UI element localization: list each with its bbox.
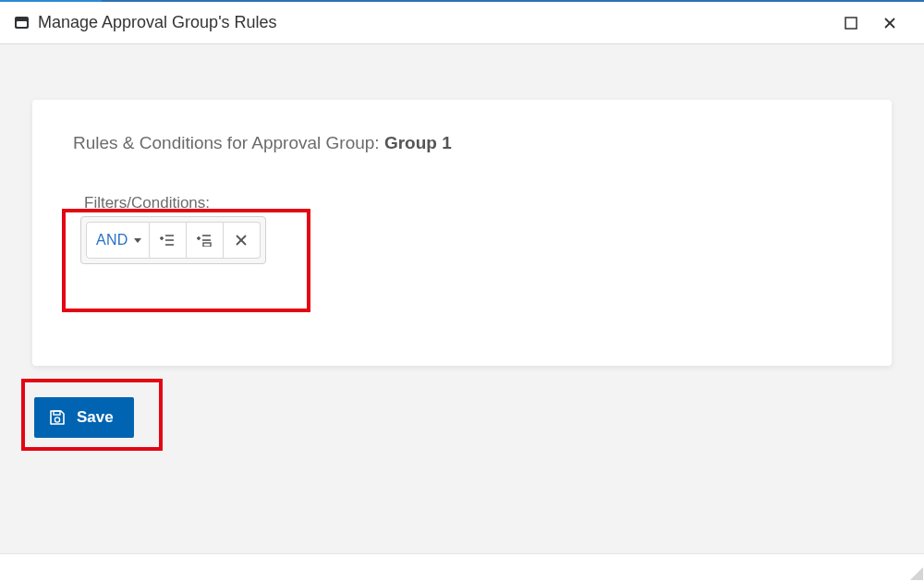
filter-toolbar: AND [80, 216, 266, 264]
chevron-down-icon [134, 238, 141, 243]
save-section: Save [25, 388, 143, 447]
svg-point-16 [55, 418, 59, 422]
svg-rect-15 [54, 411, 60, 415]
indent-add-group-icon [197, 234, 212, 247]
footer [0, 553, 924, 581]
operator-dropdown[interactable]: AND [86, 222, 150, 259]
add-condition-button[interactable] [150, 222, 187, 259]
operator-value: AND [96, 232, 128, 248]
maximize-icon [845, 17, 857, 30]
window-title: Manage Approval Group's Rules [38, 13, 277, 32]
save-icon [49, 409, 66, 426]
resize-grip-icon[interactable] [910, 567, 923, 580]
heading-prefix: Rules & Conditions for Approval Group: [73, 133, 384, 152]
clear-button[interactable] [224, 222, 261, 259]
svg-rect-10 [203, 243, 211, 247]
cross-icon [236, 235, 247, 246]
content-area: Rules & Conditions for Approval Group: G… [0, 44, 924, 553]
app-window-icon [15, 17, 29, 29]
save-label: Save [77, 408, 114, 427]
card-heading: Rules & Conditions for Approval Group: G… [73, 133, 851, 153]
filters-label: Filters/Conditions: [80, 194, 266, 212]
svg-rect-0 [845, 18, 857, 29]
group-name: Group 1 [384, 133, 452, 152]
window-maximize-button[interactable] [832, 4, 870, 42]
filters-section: Filters/Conditions: AND [73, 187, 305, 281]
add-group-button[interactable] [187, 222, 224, 259]
rules-card: Rules & Conditions for Approval Group: G… [32, 100, 892, 366]
indent-add-icon [160, 234, 175, 247]
window-close-button[interactable] [870, 4, 909, 42]
close-icon [883, 17, 896, 30]
save-button[interactable]: Save [34, 397, 134, 438]
window-titlebar: Manage Approval Group's Rules [0, 0, 924, 44]
